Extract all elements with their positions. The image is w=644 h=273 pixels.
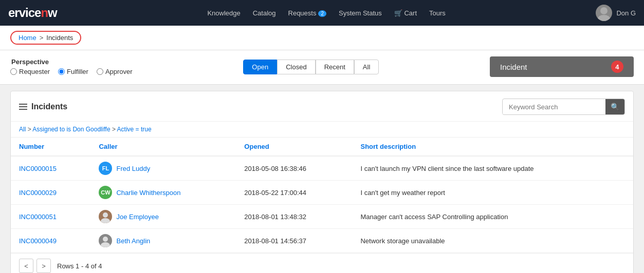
perspective-section: Perspective Requester Fulfiller Approver: [10, 58, 133, 75]
opened-cell: 2018-08-01 13:48:32: [236, 205, 352, 229]
user-area: Don G: [596, 5, 636, 21]
user-name: Don G: [616, 9, 636, 17]
caller-info: Beth Anglin: [99, 234, 228, 247]
status-closed-button[interactable]: Closed: [277, 60, 315, 74]
caller-name-link[interactable]: Charlie Whitherspoon: [116, 189, 180, 197]
breadcrumb-separator: >: [40, 34, 44, 42]
incident-number-link[interactable]: INC0000029: [19, 189, 57, 197]
svg-point-1: [598, 15, 610, 21]
next-page-button[interactable]: >: [36, 259, 51, 273]
opened-cell: 2018-08-01 14:56:37: [236, 229, 352, 253]
search-box: 🔍: [502, 99, 625, 115]
filter-bar: Perspective Requester Fulfiller Approver…: [0, 50, 644, 85]
svg-point-5: [101, 242, 110, 247]
status-open-button[interactable]: Open: [243, 60, 277, 74]
table-row: INC0000029CWCharlie Whitherspoon2018-05-…: [11, 181, 633, 205]
status-all-button[interactable]: All: [354, 60, 379, 74]
breadcrumb-home[interactable]: Home: [19, 34, 36, 42]
top-navigation: ervicenw Knowledge Catalog Requests2 Sys…: [0, 0, 644, 26]
breadcrumb: Home > Incidents: [10, 31, 81, 45]
nav-links: Knowledge Catalog Requests2 System Statu…: [207, 9, 445, 17]
incident-number-link[interactable]: INC0000049: [19, 237, 57, 245]
filter-assigned-link[interactable]: Assigned to is Don Goodliffe: [32, 126, 110, 133]
incident-badge: Incident 4: [490, 56, 634, 77]
incidents-title-area: Incidents: [19, 102, 67, 111]
incident-badge-label: Incident: [500, 63, 527, 71]
tours-link[interactable]: Tours: [429, 9, 446, 17]
breadcrumb-current: Incidents: [46, 34, 73, 42]
incident-number-link[interactable]: INC0000015: [19, 165, 57, 172]
caller-avatar: [99, 234, 112, 247]
perspective-fulfiller-radio[interactable]: [58, 68, 65, 75]
table-row: INC0000051Joe Employee2018-08-01 13:48:3…: [11, 205, 633, 229]
caller-name-link[interactable]: Joe Employee: [116, 213, 158, 221]
filter-all-link[interactable]: All: [19, 126, 26, 133]
caller-cell: FLFred Luddy: [90, 156, 236, 181]
status-buttons: Open Closed Recent All: [243, 60, 379, 74]
description-cell: Network storage unavailable: [352, 229, 633, 253]
main-content: Incidents 🔍 All > Assigned to is Don Goo…: [10, 91, 634, 273]
table-header-row: Number Caller Opened Short description: [11, 138, 633, 156]
col-opened: Opened: [236, 138, 352, 156]
caller-avatar: FL: [99, 162, 112, 175]
logo: ervicenw: [8, 6, 57, 20]
knowledge-link[interactable]: Knowledge: [207, 9, 240, 17]
perspective-radio-group: Requester Fulfiller Approver: [10, 68, 133, 75]
caller-avatar: [99, 210, 112, 223]
caller-cell: CWCharlie Whitherspoon: [90, 181, 236, 205]
table-row: INC0000049Beth Anglin2018-08-01 14:56:37…: [11, 229, 633, 253]
col-description: Short description: [352, 138, 633, 156]
incident-number-link[interactable]: INC0000051: [19, 213, 57, 221]
logo-suffix: w: [48, 6, 57, 20]
table-row: INC0000015FLFred Luddy2018-05-08 16:38:4…: [11, 156, 633, 181]
perspective-requester-radio[interactable]: [10, 68, 17, 75]
col-caller: Caller: [90, 138, 236, 156]
svg-point-3: [101, 218, 110, 223]
pagination: < > Rows 1 - 4 of 4: [11, 253, 633, 273]
catalog-link[interactable]: Catalog: [253, 9, 276, 17]
description-cell: I can't launch my VPN client since the l…: [352, 156, 633, 181]
caller-info: CWCharlie Whitherspoon: [99, 186, 228, 199]
incident-count: 4: [611, 61, 623, 73]
description-cell: Manager can't access SAP Controlling app…: [352, 205, 633, 229]
logo-text: ervice: [8, 6, 41, 20]
opened-cell: 2018-05-08 16:38:46: [236, 156, 352, 181]
caller-name-link[interactable]: Fred Luddy: [116, 165, 150, 172]
caller-name-link[interactable]: Beth Anglin: [116, 237, 150, 245]
caller-info: FLFred Luddy: [99, 162, 228, 175]
avatar[interactable]: [596, 5, 612, 21]
incidents-table: Number Caller Opened Short description I…: [11, 138, 633, 253]
hamburger-icon[interactable]: [19, 104, 27, 110]
incident-number-cell: INC0000029: [11, 181, 90, 205]
perspective-approver[interactable]: Approver: [97, 68, 133, 75]
filter-path: All > Assigned to is Don Goodliffe > Act…: [11, 122, 633, 138]
prev-page-button[interactable]: <: [19, 259, 33, 273]
perspective-approver-radio[interactable]: [97, 68, 103, 75]
requests-link[interactable]: Requests2: [288, 9, 326, 17]
breadcrumb-bar: Home > Incidents: [0, 26, 644, 50]
perspective-requester-label: Requester: [19, 68, 50, 75]
status-recent-button[interactable]: Recent: [316, 60, 354, 74]
perspective-fulfiller[interactable]: Fulfiller: [58, 68, 88, 75]
incident-number-cell: INC0000049: [11, 229, 90, 253]
cart-link[interactable]: 🛒 Cart: [394, 9, 417, 17]
col-number: Number: [11, 138, 90, 156]
svg-point-4: [103, 237, 108, 242]
search-input[interactable]: [503, 100, 605, 114]
logo-highlight: n: [41, 6, 48, 20]
perspective-requester[interactable]: Requester: [10, 68, 50, 75]
incident-number-cell: INC0000051: [11, 205, 90, 229]
system-status-link[interactable]: System Status: [339, 9, 382, 17]
perspective-approver-label: Approver: [105, 68, 133, 75]
filter-active-link[interactable]: Active = true: [117, 126, 152, 133]
svg-point-0: [600, 7, 608, 14]
cart-icon: 🛒: [394, 9, 402, 17]
caller-cell: Beth Anglin: [90, 229, 236, 253]
pagination-info: Rows 1 - 4 of 4: [57, 262, 102, 270]
caller-cell: Joe Employee: [90, 205, 236, 229]
caller-info: Joe Employee: [99, 210, 228, 223]
incidents-title: Incidents: [31, 102, 67, 111]
perspective-label: Perspective: [11, 58, 133, 66]
caller-avatar: CW: [99, 186, 112, 199]
search-button[interactable]: 🔍: [605, 99, 624, 114]
